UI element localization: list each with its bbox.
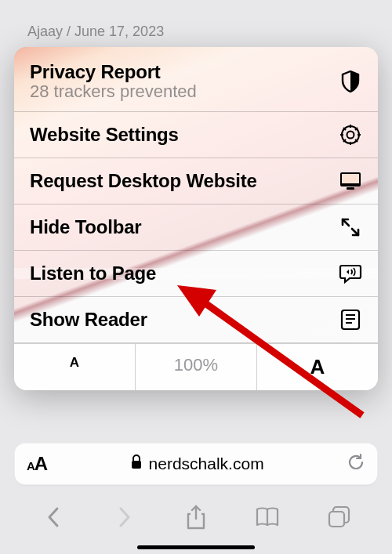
domain-text: nerdschalk.com (149, 454, 264, 473)
zoom-level-label: 100% (174, 355, 218, 375)
menu-item-website-settings[interactable]: Website Settings (14, 112, 378, 158)
show-reader-label: Show Reader (30, 309, 147, 331)
zoom-out-button[interactable]: A (14, 344, 136, 390)
menu-item-show-reader[interactable]: Show Reader (14, 297, 378, 343)
privacy-report-label: Privacy Report (30, 61, 197, 83)
bookmarks-button[interactable] (252, 501, 283, 533)
menu-item-text: Privacy Report 28 trackers prevented (30, 61, 197, 102)
svg-rect-23 (329, 512, 344, 527)
speech-audio-icon (339, 262, 362, 285)
menu-item-desktop-website[interactable]: Request Desktop Website (14, 158, 378, 205)
shield-icon (339, 70, 362, 93)
listen-to-page-label: Listen to Page (30, 263, 156, 284)
svg-rect-21 (132, 461, 141, 469)
lock-icon (130, 454, 143, 474)
home-indicator (137, 545, 255, 549)
page-menu: Privacy Report 28 trackers prevented Web… (14, 47, 378, 390)
menu-item-hide-toolbar[interactable]: Hide Toolbar (14, 205, 378, 251)
reload-button[interactable] (347, 453, 365, 475)
menu-item-listen-to-page[interactable]: Listen to Page (14, 251, 378, 297)
zoom-row: A 100% A (14, 343, 378, 390)
tabs-button[interactable] (323, 501, 354, 533)
zoom-out-label: A (70, 355, 79, 370)
svg-rect-12 (347, 187, 354, 190)
zoom-in-button[interactable]: A (257, 344, 378, 390)
zoom-level: 100% (136, 344, 257, 390)
byline-author: Ajaay (27, 24, 63, 39)
byline-date: June 17, 2023 (74, 24, 164, 39)
aa-small-icon: A (27, 459, 34, 473)
website-settings-label: Website Settings (30, 124, 179, 146)
svg-rect-11 (342, 174, 359, 183)
svg-point-1 (347, 132, 354, 139)
reader-icon (339, 308, 362, 331)
page-menu-popup: Privacy Report 28 trackers prevented Web… (14, 47, 378, 390)
reader-mode-button[interactable]: AA (27, 453, 47, 475)
share-button[interactable] (180, 501, 212, 533)
byline-sep: / (63, 24, 74, 39)
address-bar[interactable]: AA nerdschalk.com (14, 443, 378, 485)
desktop-website-label: Request Desktop Website (30, 170, 257, 192)
back-button[interactable] (38, 501, 69, 533)
gear-icon (339, 123, 362, 147)
aa-big-icon: A (34, 453, 47, 475)
menu-item-privacy-report[interactable]: Privacy Report 28 trackers prevented (14, 47, 378, 112)
bottom-toolbar (0, 494, 392, 540)
zoom-in-label: A (310, 355, 325, 378)
hide-toolbar-label: Hide Toolbar (30, 216, 142, 238)
forward-button[interactable] (109, 501, 140, 533)
address-domain[interactable]: nerdschalk.com (58, 454, 336, 474)
desktop-icon (339, 169, 362, 193)
byline: Ajaay / June 17, 2023 (27, 24, 164, 40)
privacy-report-sub: 28 trackers prevented (30, 81, 197, 102)
expand-icon (339, 215, 362, 239)
